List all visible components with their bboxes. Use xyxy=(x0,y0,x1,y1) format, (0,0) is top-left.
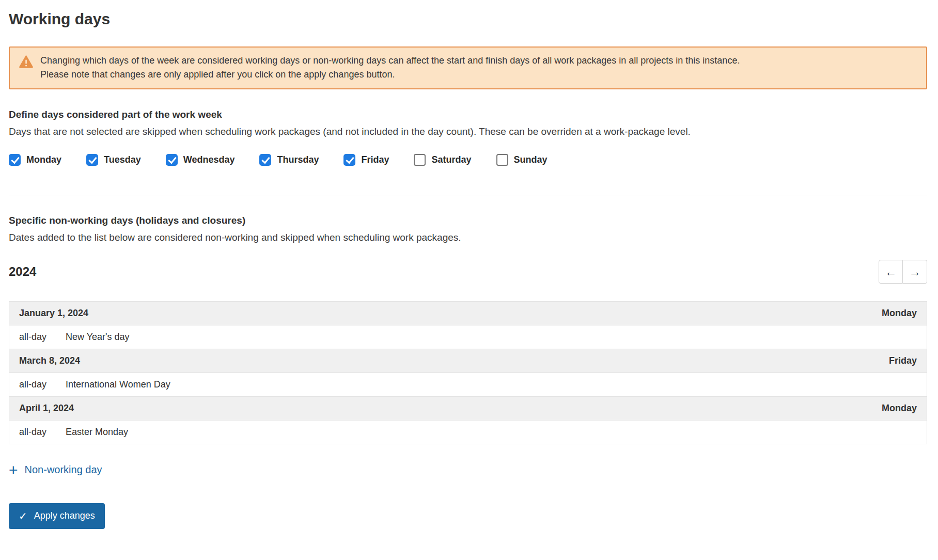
sunday-checkbox[interactable] xyxy=(496,154,508,166)
event-name: Easter Monday xyxy=(66,427,128,438)
warning-triangle-icon xyxy=(19,55,33,70)
monday-label: Monday xyxy=(26,154,61,165)
warning-banner: Changing which days of the week are cons… xyxy=(9,46,927,89)
next-year-button[interactable]: → xyxy=(903,260,927,284)
saturday-checkbox[interactable] xyxy=(414,154,426,166)
left-arrow-icon: ← xyxy=(885,266,897,278)
page-title: Working days xyxy=(9,10,927,28)
work-week-description: Days that are not selected are skipped w… xyxy=(9,126,927,137)
weekday-label: Friday xyxy=(889,355,917,366)
wednesday-label: Wednesday xyxy=(183,154,235,165)
weekday-label: Monday xyxy=(882,308,917,319)
apply-changes-label: Apply changes xyxy=(34,510,95,521)
event-row: all-day New Year's day xyxy=(9,325,927,349)
warning-line-2: Please note that changes are only applie… xyxy=(40,68,740,82)
check-icon: ✓ xyxy=(19,510,27,522)
event-time-label: all-day xyxy=(19,332,66,343)
previous-year-button[interactable]: ← xyxy=(879,260,903,284)
thursday-label: Thursday xyxy=(277,154,319,165)
wednesday-checkbox[interactable] xyxy=(166,154,178,166)
event-row: all-day International Women Day xyxy=(9,373,927,397)
day-item-tuesday[interactable]: Tuesday xyxy=(86,154,141,166)
date-label: March 8, 2024 xyxy=(19,355,80,366)
tuesday-checkbox[interactable] xyxy=(86,154,98,166)
date-header-row: March 8, 2024 Friday xyxy=(9,349,927,373)
event-row: all-day Easter Monday xyxy=(9,421,927,444)
thursday-checkbox[interactable] xyxy=(259,154,271,166)
non-working-days-table: January 1, 2024 Monday all-day New Year'… xyxy=(9,301,927,444)
saturday-label: Saturday xyxy=(431,154,471,165)
day-item-monday[interactable]: Monday xyxy=(9,154,61,166)
work-week-heading: Define days considered part of the work … xyxy=(9,109,927,120)
date-label: January 1, 2024 xyxy=(19,308,88,319)
day-item-friday[interactable]: Friday xyxy=(343,154,389,166)
friday-checkbox[interactable] xyxy=(343,154,355,166)
event-time-label: all-day xyxy=(19,379,66,390)
date-header-row: January 1, 2024 Monday xyxy=(9,302,927,325)
add-non-working-day-link[interactable]: + Non-working day xyxy=(9,464,102,476)
year-navigation: 2024 ← → xyxy=(9,260,927,284)
non-working-description: Dates added to the list below are consid… xyxy=(9,232,927,243)
warning-message: Changing which days of the week are cons… xyxy=(40,54,740,82)
event-time-label: all-day xyxy=(19,427,66,438)
day-item-sunday[interactable]: Sunday xyxy=(496,154,548,166)
monday-checkbox[interactable] xyxy=(9,154,21,166)
section-divider xyxy=(9,195,927,195)
right-arrow-icon: → xyxy=(909,266,921,278)
plus-icon: + xyxy=(9,464,18,476)
weekday-label: Monday xyxy=(882,403,917,414)
day-item-saturday[interactable]: Saturday xyxy=(414,154,471,166)
event-name: International Women Day xyxy=(66,379,170,390)
work-week-days: Monday Tuesday Wednesday Thursday Friday… xyxy=(9,154,927,166)
day-item-wednesday[interactable]: Wednesday xyxy=(166,154,235,166)
day-item-thursday[interactable]: Thursday xyxy=(259,154,319,166)
date-header-row: April 1, 2024 Monday xyxy=(9,397,927,421)
friday-label: Friday xyxy=(361,154,389,165)
apply-changes-button[interactable]: ✓ Apply changes xyxy=(9,503,105,529)
warning-line-1: Changing which days of the week are cons… xyxy=(40,54,740,68)
date-label: April 1, 2024 xyxy=(19,403,74,414)
year-pager: ← → xyxy=(879,260,927,284)
add-non-working-day-label: Non-working day xyxy=(25,464,102,476)
sunday-label: Sunday xyxy=(514,154,548,165)
non-working-heading: Specific non-working days (holidays and … xyxy=(9,215,927,226)
event-name: New Year's day xyxy=(66,332,130,343)
year-label: 2024 xyxy=(9,265,36,279)
tuesday-label: Tuesday xyxy=(104,154,141,165)
